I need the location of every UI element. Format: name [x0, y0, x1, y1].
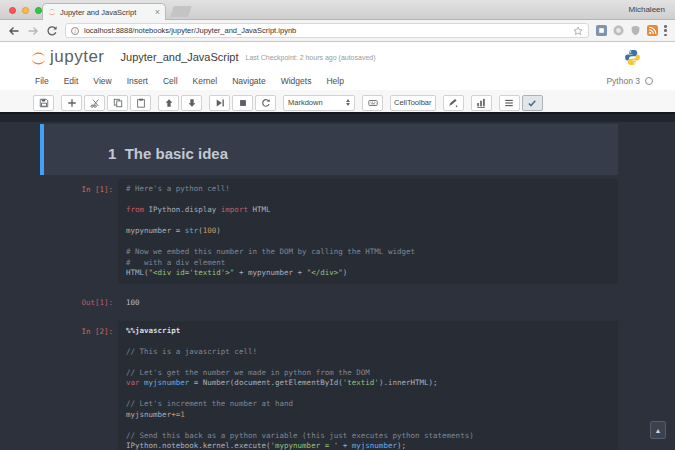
- code-line: [126, 357, 610, 368]
- menu-kernel[interactable]: Kernel: [193, 76, 218, 86]
- add-cell-button[interactable]: [61, 95, 82, 111]
- code-line: [126, 420, 610, 431]
- markdown-cell-selected[interactable]: 1 The basic idea: [40, 124, 618, 175]
- output-area-1: Out[1]: 100: [40, 292, 618, 307]
- browser-tab[interactable]: Jupyter and JavaScript ×: [42, 3, 166, 20]
- code-line: mypynumber = str(100): [126, 226, 610, 237]
- minimize-window-button[interactable]: [22, 7, 29, 14]
- code-line: from IPython.display import HTML: [126, 205, 610, 216]
- menu-navigate[interactable]: Navigate: [232, 76, 266, 86]
- tab-close-icon[interactable]: ×: [155, 8, 160, 17]
- input-prompt-2: In [2]:: [40, 321, 118, 450]
- run-cell-button[interactable]: [209, 95, 230, 111]
- input-prompt-1: In [1]:: [40, 179, 118, 284]
- notebook-title[interactable]: Jupyter_and_JavaScript: [121, 51, 239, 63]
- forward-icon[interactable]: [27, 25, 39, 37]
- code-line: [126, 389, 610, 400]
- checkpoint-status: Last Checkpoint: 2 hours ago (autosaved): [246, 54, 376, 61]
- code-line: // Send this back as a python variable (…: [126, 431, 610, 442]
- jupyter-logo-icon: [30, 50, 47, 67]
- code-editor-1[interactable]: # Here's a python cell!from IPython.disp…: [118, 179, 618, 284]
- output-value-1: 100: [118, 292, 618, 307]
- save-button[interactable]: [33, 95, 54, 111]
- move-cell-up-button[interactable]: [158, 95, 179, 111]
- code-line: HTML("<div id='textid'>" + mypynumber + …: [126, 268, 610, 279]
- notebook-menubar: FileEditViewInsertCellKernelNavigateWidg…: [0, 72, 675, 90]
- browser-profile-name[interactable]: Michaleen: [629, 5, 665, 14]
- menu-file[interactable]: File: [35, 76, 49, 86]
- celltoolbar-button[interactable]: CellToolbar: [390, 95, 436, 111]
- extension-blue-icon[interactable]: [596, 25, 607, 36]
- back-icon[interactable]: [8, 25, 20, 37]
- jupyter-header: jupyter Jupyter_and_JavaScript Last Chec…: [0, 42, 675, 72]
- browser-menu-icon[interactable]: [664, 24, 667, 37]
- kernel-name: Python 3: [606, 76, 640, 86]
- code-cell-1[interactable]: In [1]: # Here's a python cell!from IPyt…: [40, 179, 618, 284]
- extension-circle-icon[interactable]: [613, 25, 624, 36]
- copy-cell-button[interactable]: [107, 95, 128, 111]
- move-cell-down-button[interactable]: [181, 95, 202, 111]
- menu-help[interactable]: Help: [326, 76, 343, 86]
- zoom-window-button[interactable]: [35, 7, 42, 14]
- code-line: // Let's get the number we made in pytho…: [126, 368, 610, 379]
- code-line: [126, 336, 610, 347]
- section-heading: 1 The basic idea: [108, 145, 618, 162]
- lines-extension-button[interactable]: [499, 95, 520, 111]
- code-line: [126, 237, 610, 248]
- kernel-indicator: Python 3: [606, 76, 653, 86]
- theme-brush-button[interactable]: [443, 95, 464, 111]
- check-extension-button[interactable]: [522, 95, 543, 111]
- window-titlebar: Jupyter and JavaScript × Michaleen: [0, 0, 675, 20]
- tab-title: Jupyter and JavaScript: [60, 8, 151, 17]
- cut-cell-button[interactable]: [84, 95, 105, 111]
- command-palette-button[interactable]: [362, 95, 383, 111]
- code-line: var myjsnumber = Number(document.getElem…: [126, 378, 610, 389]
- code-line: # Here's a python cell!: [126, 184, 610, 195]
- code-line: # with a div element: [126, 258, 610, 269]
- bookmark-star-icon[interactable]: [573, 26, 583, 36]
- menu-edit[interactable]: Edit: [64, 76, 79, 86]
- page-info-icon[interactable]: i: [71, 27, 79, 35]
- address-bar[interactable]: i localhost:8888/notebooks/jupyter/Jupyt…: [65, 23, 589, 38]
- browser-navbar: i localhost:8888/notebooks/jupyter/Jupyt…: [0, 20, 675, 42]
- code-line: [126, 195, 610, 206]
- scroll-to-top-button[interactable]: ▲: [650, 421, 666, 439]
- code-line: %%javascript: [126, 326, 610, 337]
- interrupt-kernel-button[interactable]: [232, 95, 253, 111]
- menu-widgets[interactable]: Widgets: [281, 76, 312, 86]
- jupyter-favicon-icon: [48, 8, 56, 16]
- python-logo-icon: [624, 49, 641, 66]
- close-window-button[interactable]: [9, 7, 16, 14]
- url-text[interactable]: localhost:8888/notebooks/jupyter/Jupyter…: [84, 26, 568, 35]
- jupyter-logo-text: jupyter: [50, 47, 105, 67]
- celltoolbar-label: CellToolbar: [394, 98, 432, 107]
- cell-type-value: Markdown: [288, 98, 323, 107]
- code-line: [126, 216, 610, 227]
- jupyter-logo[interactable]: jupyter: [30, 47, 105, 67]
- extension-rss-icon[interactable]: [647, 25, 658, 36]
- paste-cell-button[interactable]: [130, 95, 151, 111]
- cell-type-select[interactable]: Markdown: [283, 95, 355, 111]
- code-line: IPython.notebook.kernel.execute('mypynum…: [126, 441, 610, 450]
- code-cell-2[interactable]: In [2]: %%javascript// This is a javascr…: [40, 321, 618, 450]
- code-line: // Let's increment the number at hand: [126, 399, 610, 410]
- menu-insert[interactable]: Insert: [127, 76, 148, 86]
- menu-view[interactable]: View: [93, 76, 111, 86]
- output-prompt-1: Out[1]:: [40, 292, 118, 307]
- chart-extension-button[interactable]: [471, 95, 492, 111]
- code-editor-2[interactable]: %%javascript// This is a javascript cell…: [118, 321, 618, 450]
- code-line: myjsnumber+=1: [126, 410, 610, 421]
- menu-items: FileEditViewInsertCellKernelNavigateWidg…: [35, 76, 344, 86]
- new-tab-button[interactable]: [170, 6, 192, 17]
- menu-cell[interactable]: Cell: [163, 76, 178, 86]
- code-line: # Now we embed this number in the DOM by…: [126, 247, 610, 258]
- refresh-icon[interactable]: [46, 25, 58, 37]
- kernel-status-icon: [645, 77, 653, 85]
- extension-shield-icon[interactable]: [630, 25, 641, 36]
- select-caret-icon: [346, 99, 350, 106]
- notebook-content[interactable]: 1 The basic idea In [1]: # Here's a pyth…: [0, 112, 675, 450]
- window-controls: [9, 7, 42, 14]
- content-top-strip: [0, 114, 675, 122]
- restart-kernel-button[interactable]: [255, 95, 276, 111]
- code-line: // This is a javascript cell!: [126, 347, 610, 358]
